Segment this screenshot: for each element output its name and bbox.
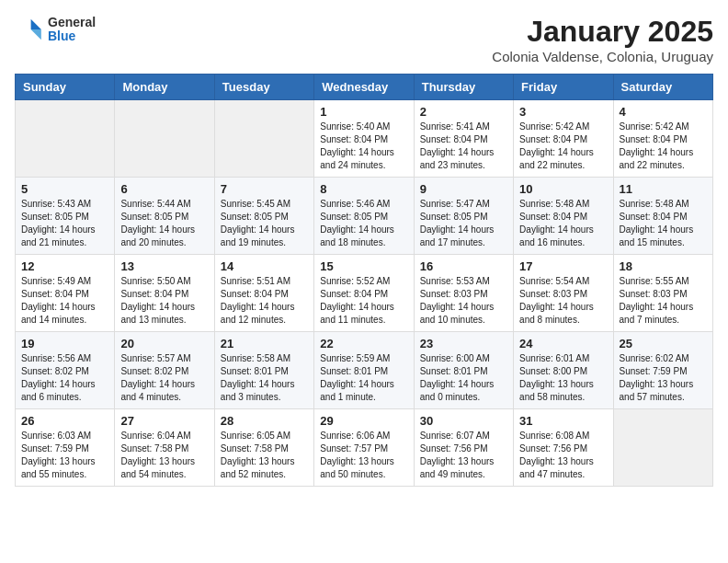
calendar-cell: 5 Sunrise: 5:43 AMSunset: 8:05 PMDayligh… — [16, 178, 115, 255]
day-info: Sunrise: 5:52 AMSunset: 8:04 PMDaylight:… — [320, 276, 394, 325]
day-number: 10 — [519, 182, 607, 196]
calendar-cell: 3 Sunrise: 5:42 AMSunset: 8:04 PMDayligh… — [514, 100, 613, 178]
calendar-cell: 25 Sunrise: 6:02 AMSunset: 7:59 PMDaylig… — [613, 332, 712, 409]
week-row-2: 5 Sunrise: 5:43 AMSunset: 8:05 PMDayligh… — [16, 178, 713, 255]
calendar-cell — [16, 100, 115, 178]
day-info: Sunrise: 5:56 AMSunset: 8:02 PMDaylight:… — [21, 353, 96, 402]
day-number: 7 — [221, 182, 308, 196]
day-number: 20 — [120, 337, 208, 350]
day-number: 24 — [519, 337, 607, 350]
day-info: Sunrise: 5:47 AMSunset: 8:05 PMDaylight:… — [420, 199, 495, 247]
day-info: Sunrise: 6:05 AMSunset: 7:58 PMDaylight:… — [221, 431, 295, 479]
day-info: Sunrise: 6:02 AMSunset: 7:59 PMDaylight:… — [620, 353, 694, 402]
calendar-cell: 15 Sunrise: 5:52 AMSunset: 8:04 PMDaylig… — [314, 255, 414, 332]
calendar-cell: 31 Sunrise: 6:08 AMSunset: 7:56 PMDaylig… — [514, 409, 613, 487]
week-row-4: 19 Sunrise: 5:56 AMSunset: 8:02 PMDaylig… — [16, 332, 713, 409]
calendar-cell: 6 Sunrise: 5:44 AMSunset: 8:05 PMDayligh… — [115, 178, 214, 255]
day-number: 9 — [420, 182, 507, 196]
calendar-cell — [214, 100, 313, 178]
day-number: 8 — [320, 182, 407, 196]
day-info: Sunrise: 5:51 AMSunset: 8:04 PMDaylight:… — [221, 276, 295, 325]
calendar-cell: 27 Sunrise: 6:04 AMSunset: 7:58 PMDaylig… — [115, 409, 214, 487]
day-info: Sunrise: 5:48 AMSunset: 8:04 PMDaylight:… — [519, 199, 594, 247]
logo-general: General — [48, 16, 96, 29]
calendar-subtitle: Colonia Valdense, Colonia, Uruguay — [492, 49, 713, 64]
day-number: 13 — [120, 259, 208, 273]
day-info: Sunrise: 5:46 AMSunset: 8:05 PMDaylight:… — [320, 199, 394, 247]
calendar-title: January 2025 — [492, 15, 713, 49]
calendar-cell — [115, 100, 214, 178]
title-block: January 2025 Colonia Valdense, Colonia, … — [492, 15, 713, 64]
day-info: Sunrise: 5:57 AMSunset: 8:02 PMDaylight:… — [120, 353, 195, 402]
day-number: 2 — [420, 105, 507, 119]
calendar-cell: 24 Sunrise: 6:01 AMSunset: 8:00 PMDaylig… — [514, 332, 613, 409]
day-number: 12 — [21, 259, 108, 273]
day-info: Sunrise: 5:54 AMSunset: 8:03 PMDaylight:… — [519, 276, 594, 325]
day-number: 29 — [320, 414, 407, 428]
day-number: 14 — [221, 259, 308, 273]
week-row-5: 26 Sunrise: 6:03 AMSunset: 7:59 PMDaylig… — [16, 409, 713, 487]
week-row-1: 1 Sunrise: 5:40 AMSunset: 8:04 PMDayligh… — [16, 100, 713, 178]
calendar-cell: 1 Sunrise: 5:40 AMSunset: 8:04 PMDayligh… — [314, 100, 414, 178]
day-info: Sunrise: 5:53 AMSunset: 8:03 PMDaylight:… — [420, 276, 495, 325]
day-info: Sunrise: 5:40 AMSunset: 8:04 PMDaylight:… — [320, 121, 394, 170]
day-info: Sunrise: 5:50 AMSunset: 8:04 PMDaylight:… — [120, 276, 195, 325]
logo-icon — [15, 15, 44, 44]
calendar-cell: 20 Sunrise: 5:57 AMSunset: 8:02 PMDaylig… — [115, 332, 214, 409]
calendar-table: SundayMondayTuesdayWednesdayThursdayFrid… — [15, 74, 713, 487]
day-number: 1 — [320, 105, 407, 119]
day-info: Sunrise: 6:03 AMSunset: 7:59 PMDaylight:… — [21, 431, 96, 479]
calendar-cell: 4 Sunrise: 5:42 AMSunset: 8:04 PMDayligh… — [613, 100, 712, 178]
day-number: 15 — [320, 259, 407, 273]
day-number: 16 — [420, 259, 507, 273]
calendar-cell: 18 Sunrise: 5:55 AMSunset: 8:03 PMDaylig… — [613, 255, 712, 332]
weekday-header-monday: Monday — [115, 75, 214, 100]
day-info: Sunrise: 6:08 AMSunset: 7:56 PMDaylight:… — [519, 431, 594, 479]
weekday-header-row: SundayMondayTuesdayWednesdayThursdayFrid… — [16, 75, 713, 100]
calendar-cell: 19 Sunrise: 5:56 AMSunset: 8:02 PMDaylig… — [16, 332, 115, 409]
calendar-cell: 13 Sunrise: 5:50 AMSunset: 8:04 PMDaylig… — [115, 255, 214, 332]
calendar-cell: 23 Sunrise: 6:00 AMSunset: 8:01 PMDaylig… — [414, 332, 513, 409]
weekday-header-wednesday: Wednesday — [314, 75, 414, 100]
calendar-cell: 30 Sunrise: 6:07 AMSunset: 7:56 PMDaylig… — [414, 409, 513, 487]
day-info: Sunrise: 6:04 AMSunset: 7:58 PMDaylight:… — [120, 431, 195, 479]
day-info: Sunrise: 6:07 AMSunset: 7:56 PMDaylight:… — [420, 431, 495, 479]
day-info: Sunrise: 5:48 AMSunset: 8:04 PMDaylight:… — [620, 199, 694, 247]
calendar-cell — [613, 409, 712, 487]
day-number: 17 — [519, 259, 607, 273]
day-info: Sunrise: 5:49 AMSunset: 8:04 PMDaylight:… — [21, 276, 96, 325]
day-number: 18 — [620, 259, 707, 273]
day-number: 22 — [320, 337, 407, 350]
day-info: Sunrise: 6:06 AMSunset: 7:57 PMDaylight:… — [320, 431, 394, 479]
day-number: 30 — [420, 414, 507, 428]
calendar-cell: 9 Sunrise: 5:47 AMSunset: 8:05 PMDayligh… — [414, 178, 513, 255]
logo: General Blue — [15, 15, 96, 44]
calendar-cell: 22 Sunrise: 5:59 AMSunset: 8:01 PMDaylig… — [314, 332, 414, 409]
day-number: 11 — [620, 182, 707, 196]
day-number: 3 — [519, 105, 607, 119]
calendar-cell: 2 Sunrise: 5:41 AMSunset: 8:04 PMDayligh… — [414, 100, 513, 178]
calendar-cell: 21 Sunrise: 5:58 AMSunset: 8:01 PMDaylig… — [214, 332, 313, 409]
day-number: 31 — [519, 414, 607, 428]
day-info: Sunrise: 5:45 AMSunset: 8:05 PMDaylight:… — [221, 199, 295, 247]
calendar-cell: 8 Sunrise: 5:46 AMSunset: 8:05 PMDayligh… — [314, 178, 414, 255]
week-row-3: 12 Sunrise: 5:49 AMSunset: 8:04 PMDaylig… — [16, 255, 713, 332]
calendar-cell: 28 Sunrise: 6:05 AMSunset: 7:58 PMDaylig… — [214, 409, 313, 487]
calendar-cell: 10 Sunrise: 5:48 AMSunset: 8:04 PMDaylig… — [514, 178, 613, 255]
day-info: Sunrise: 5:42 AMSunset: 8:04 PMDaylight:… — [519, 121, 594, 170]
day-number: 25 — [620, 337, 707, 350]
day-number: 27 — [120, 414, 208, 428]
day-info: Sunrise: 5:42 AMSunset: 8:04 PMDaylight:… — [620, 121, 694, 170]
day-info: Sunrise: 5:43 AMSunset: 8:05 PMDaylight:… — [21, 199, 96, 247]
calendar-cell: 29 Sunrise: 6:06 AMSunset: 7:57 PMDaylig… — [314, 409, 414, 487]
day-number: 19 — [21, 337, 108, 350]
day-info: Sunrise: 6:01 AMSunset: 8:00 PMDaylight:… — [519, 353, 594, 402]
page-header: General Blue January 2025 Colonia Valden… — [15, 15, 713, 64]
svg-marker-1 — [31, 29, 41, 40]
day-number: 21 — [221, 337, 308, 350]
svg-marker-0 — [31, 19, 41, 29]
weekday-header-saturday: Saturday — [613, 75, 712, 100]
day-number: 23 — [420, 337, 507, 350]
weekday-header-sunday: Sunday — [16, 75, 115, 100]
weekday-header-friday: Friday — [514, 75, 613, 100]
